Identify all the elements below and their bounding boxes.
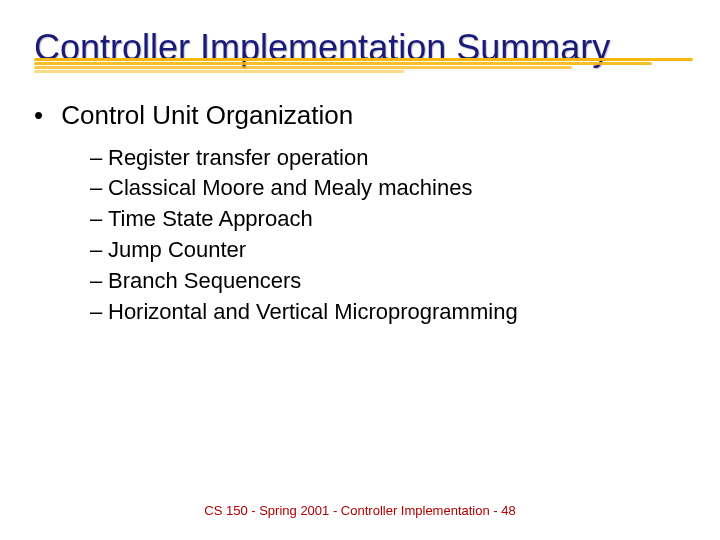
slide: Controller Implementation Summary • Cont… — [0, 0, 720, 540]
item-text: Register transfer operation — [108, 145, 368, 170]
dash-icon: – — [90, 173, 108, 204]
section-heading: Control Unit Organization — [61, 100, 353, 130]
dash-icon: – — [90, 204, 108, 235]
item-text: Classical Moore and Mealy machines — [108, 175, 472, 200]
list-item: –Branch Sequencers — [90, 266, 686, 297]
dash-icon: – — [90, 297, 108, 328]
item-text: Horizontal and Vertical Microprogramming — [108, 299, 518, 324]
item-text: Jump Counter — [108, 237, 246, 262]
dash-icon: – — [90, 266, 108, 297]
dash-icon: – — [90, 235, 108, 266]
list-item: –Time State Approach — [90, 204, 686, 235]
section-heading-row: • Control Unit Organization — [34, 100, 686, 131]
slide-footer: CS 150 - Spring 2001 - Controller Implem… — [0, 503, 720, 518]
list-item: –Register transfer operation — [90, 143, 686, 174]
item-text: Time State Approach — [108, 206, 313, 231]
section-items: –Register transfer operation –Classical … — [90, 143, 686, 328]
slide-title: Controller Implementation Summary — [34, 28, 686, 68]
list-item: –Classical Moore and Mealy machines — [90, 173, 686, 204]
dash-icon: – — [90, 143, 108, 174]
list-item: –Jump Counter — [90, 235, 686, 266]
bullet-icon: • — [34, 100, 54, 131]
title-block: Controller Implementation Summary — [34, 28, 686, 68]
list-item: –Horizontal and Vertical Microprogrammin… — [90, 297, 686, 328]
item-text: Branch Sequencers — [108, 268, 301, 293]
